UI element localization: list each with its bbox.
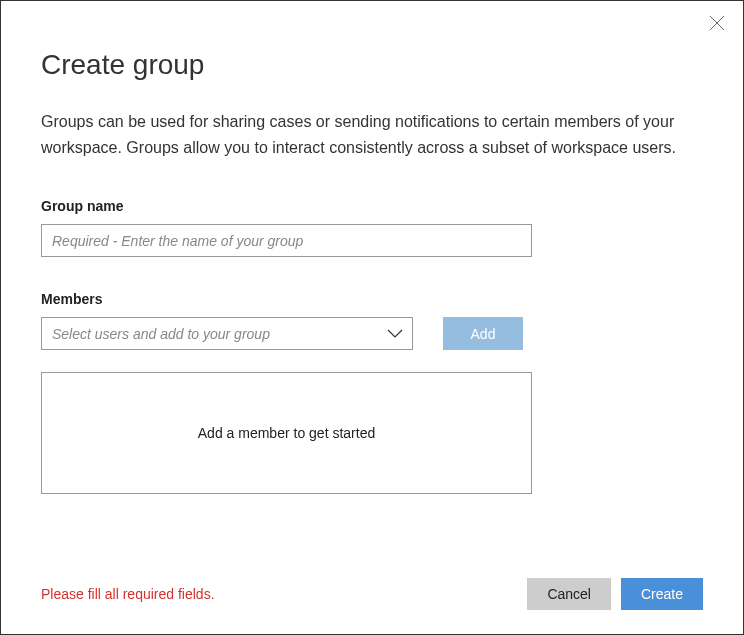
members-select-placeholder: Select users and add to your group xyxy=(52,326,270,342)
error-message: Please fill all required fields. xyxy=(41,586,215,602)
add-member-button[interactable]: Add xyxy=(443,317,523,350)
group-name-label: Group name xyxy=(41,198,703,214)
create-group-dialog: Create group Groups can be used for shar… xyxy=(1,1,743,634)
members-row: Select users and add to your group Add xyxy=(41,317,703,350)
members-empty-text: Add a member to get started xyxy=(198,425,375,441)
cancel-button[interactable]: Cancel xyxy=(527,578,611,610)
dialog-footer: Please fill all required fields. Cancel … xyxy=(41,578,703,610)
create-button[interactable]: Create xyxy=(621,578,703,610)
group-name-input[interactable] xyxy=(41,224,532,257)
close-button[interactable] xyxy=(705,13,729,37)
members-select-wrapper: Select users and add to your group xyxy=(41,317,413,350)
footer-buttons: Cancel Create xyxy=(527,578,703,610)
close-icon xyxy=(710,16,724,34)
members-select[interactable]: Select users and add to your group xyxy=(41,317,413,350)
dialog-title: Create group xyxy=(41,49,703,81)
members-section: Members Select users and add to your gro… xyxy=(41,291,703,494)
members-list-empty: Add a member to get started xyxy=(41,372,532,494)
group-name-section: Group name xyxy=(41,198,703,257)
members-label: Members xyxy=(41,291,703,307)
dialog-description: Groups can be used for sharing cases or … xyxy=(41,109,703,160)
